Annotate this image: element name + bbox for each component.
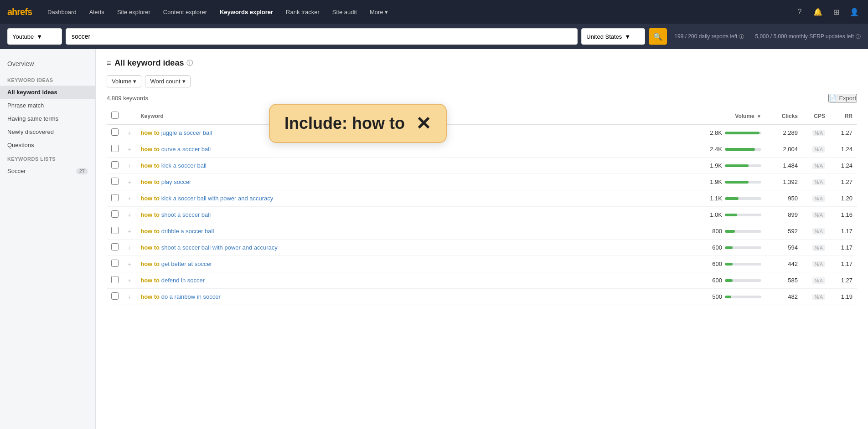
nav-rank-tracker[interactable]: Rank tracker [281,6,324,18]
keyword-link-4[interactable]: how to kick a soccer ball with power and… [140,195,273,202]
source-dropdown[interactable]: Youtube ▼ [7,28,62,45]
notifications-icon[interactable]: 🔔 [811,5,824,18]
nav-alerts[interactable]: Alerts [85,6,109,18]
keyword-link-0[interactable]: how to juggle a soccer ball [140,129,212,136]
row-add-cell: + [123,207,136,223]
nav-site-explorer[interactable]: Site explorer [113,6,155,18]
search-button[interactable]: 🔍 [649,28,667,45]
nav-keywords-explorer[interactable]: Keywords explorer [215,6,278,18]
row-cps-cell-2: N/A [802,158,830,174]
keyword-link-6[interactable]: how to dribble a soccer ball [140,228,214,235]
row-checkbox-7[interactable] [111,243,119,250]
row-checkbox-2[interactable] [111,161,119,169]
row-checkbox-0[interactable] [111,128,119,136]
row-checkbox-10[interactable] [111,292,119,300]
th-checkbox [107,108,123,124]
keyword-link-7[interactable]: how to shoot a soccer ball with power an… [140,244,278,251]
row-cps-cell-10: N/A [802,289,830,305]
row-cps-cell-3: N/A [802,174,830,190]
row-add-icon-1[interactable]: + [128,146,131,153]
row-add-icon-0[interactable]: + [128,129,131,137]
volume-fill-6 [725,230,735,233]
row-add-icon-8[interactable]: + [128,260,131,268]
table-row: + how to get better at soccer 600 442 N/… [107,256,857,272]
th-volume[interactable]: Volume ▼ [701,108,766,124]
sidebar-item-all-keyword-ideas[interactable]: All keyword ideas [0,86,95,99]
volume-bar-8 [725,263,761,266]
sidebar-item-soccer[interactable]: Soccer 27 [0,164,95,178]
row-volume-cell-6: 800 [701,223,766,240]
cps-na-badge-1: N/A [812,146,825,153]
volume-filter-btn[interactable]: Volume ▾ [107,75,141,87]
row-checkbox-3[interactable] [111,178,119,185]
user-icon[interactable]: 👤 [848,5,861,18]
row-add-icon-6[interactable]: + [128,228,131,235]
th-rr[interactable]: RR [830,108,857,124]
keyword-link-9[interactable]: how to defend in soccer [140,277,205,284]
search-input[interactable] [66,28,578,45]
keyword-link-2[interactable]: how to kick a soccer ball [140,162,206,169]
keyword-link-1[interactable]: how to curve a soccer ball [140,146,211,153]
menu-icon[interactable]: ≡ [107,59,111,67]
row-keyword-cell-8: how to get better at soccer [136,256,701,272]
volume-number-5: 1.0K [706,211,722,218]
keyword-link-3[interactable]: how to play soccer [140,179,191,185]
help-icon[interactable]: ? [793,5,806,18]
row-checkbox-8[interactable] [111,260,119,267]
sidebar-item-having-same-terms[interactable]: Having same terms [0,112,95,125]
word-count-filter-btn[interactable]: Word count ▾ [145,75,190,87]
row-add-cell: + [123,124,136,141]
sidebar-keywords-lists-title: KEYWORDS LISTS [0,152,95,164]
content-area: ≡ All keyword ideas ⓘ Volume ▾ Word coun… [96,49,868,429]
row-add-cell: + [123,272,136,289]
volume-number-3: 1.9K [706,179,722,185]
logo[interactable]: ahrefs [7,7,32,17]
row-add-icon-10[interactable]: + [128,293,131,301]
row-add-icon-2[interactable]: + [128,162,131,169]
country-dropdown[interactable]: United States ▼ [581,28,645,45]
th-clicks[interactable]: Clicks [766,108,802,124]
windows-icon[interactable]: ⊞ [830,5,842,18]
row-checkbox-5[interactable] [111,210,119,218]
row-rr-cell-10: 1.19 [830,289,857,305]
row-rr-cell-5: 1.16 [830,207,857,223]
row-checkbox-1[interactable] [111,145,119,152]
export-icon: 📄 [829,95,837,102]
keyword-link-8[interactable]: how to get better at soccer [140,260,212,267]
title-help-icon[interactable]: ⓘ [186,59,193,67]
include-popup-close-button[interactable]: ✕ [416,114,431,133]
row-add-icon-9[interactable]: + [128,277,131,284]
row-keyword-cell-6: how to dribble a soccer ball [136,223,701,240]
table-row: + how to play soccer 1.9K 1,392 N/A 1.27 [107,174,857,190]
sidebar-item-newly-discovered[interactable]: Newly discovered [0,125,95,138]
search-bar: Youtube ▼ United States ▼ 🔍 199 / 200 da… [0,24,868,49]
nav-more[interactable]: More ▾ [365,6,393,18]
keyword-link-10[interactable]: how to do a rainbow in soccer [140,293,221,300]
row-add-icon-4[interactable]: + [128,195,131,202]
sidebar-item-phrase-match[interactable]: Phrase match [0,99,95,112]
row-add-icon-5[interactable]: + [128,211,131,219]
sidebar-overview[interactable]: Overview [0,58,95,73]
table-row: + how to shoot a soccer ball with power … [107,240,857,256]
th-cps[interactable]: CPS [802,108,830,124]
row-volume-cell-5: 1.0K [701,207,766,223]
row-checkbox-9[interactable] [111,276,119,283]
row-checkbox-4[interactable] [111,194,119,201]
volume-bar-3 [725,181,761,184]
volume-bar-5 [725,214,761,216]
table-body: + how to juggle a soccer ball 2.8K 2,289… [107,124,857,305]
nav-dashboard[interactable]: Dashboard [43,6,81,18]
row-add-icon-7[interactable]: + [128,244,131,251]
sidebar-item-questions[interactable]: Questions [0,138,95,152]
volume-number-2: 1.9K [706,162,722,169]
nav-site-audit[interactable]: Site audit [328,6,362,18]
keyword-rest-6: dribble a soccer ball [160,228,214,235]
keyword-link-5[interactable]: how to shoot a soccer ball [140,211,211,218]
row-add-icon-3[interactable]: + [128,179,131,186]
row-checkbox-cell [107,141,123,158]
keyword-prefix-10: how to [140,293,160,300]
export-button[interactable]: 📄 Export [828,94,857,102]
row-checkbox-6[interactable] [111,227,119,234]
select-all-checkbox[interactable] [111,112,119,119]
nav-content-explorer[interactable]: Content explorer [159,6,212,18]
